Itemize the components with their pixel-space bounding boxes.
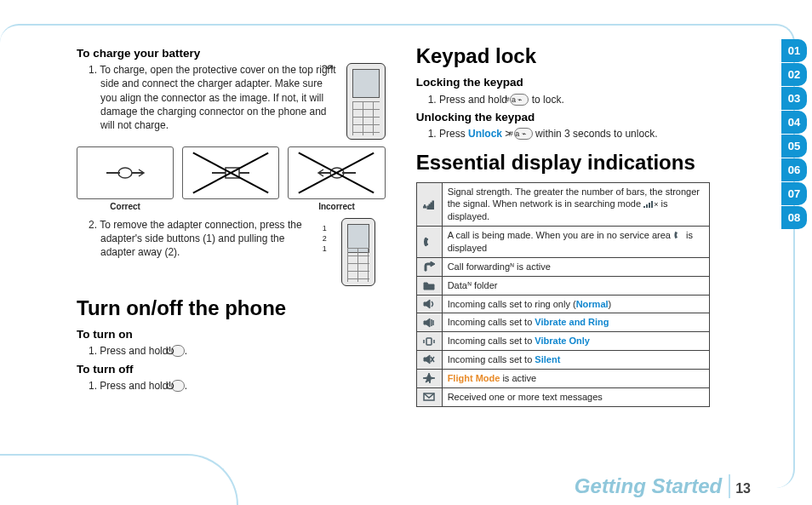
end-key-icon: ⏻ [171, 345, 185, 357]
indicator-description: Dataᴺ folder [442, 276, 709, 295]
fwd-icon [416, 257, 442, 276]
table-row: Received one or more text messages [416, 387, 709, 406]
charger-arrow-icon: ↝ [322, 57, 333, 76]
mode-link: Normal [576, 299, 609, 309]
indicator-description: Incoming calls set to ring only (Normal) [442, 295, 709, 313]
charge-step-1: 1. To charge, open the protective cover … [89, 63, 338, 132]
mode-link: Vibrate Only [535, 336, 590, 346]
table-row: Flight Mode is active [416, 369, 709, 387]
table-row: Signal strength. The greater the number … [416, 182, 709, 227]
turn-off-step: 1. Press and hold ⏻. [89, 379, 386, 393]
vib-icon [416, 332, 442, 351]
charger-incorrect-illustration-1 [182, 146, 279, 199]
svg-point-0 [118, 168, 132, 178]
signal-search-icon [643, 201, 654, 208]
mode-link: Flight Mode [448, 373, 500, 383]
charger-incorrect-label: Incorrect [288, 201, 385, 213]
turn-off-heading: To turn off [77, 362, 386, 377]
section-tab-06[interactable]: 06 [781, 158, 807, 181]
lock-heading: Locking the keypad [416, 75, 710, 90]
unlock-softkey-label: Unlock [468, 128, 502, 140]
spkvib-icon [416, 313, 442, 332]
table-row: Incoming calls set to Vibrate Only [416, 332, 709, 351]
indicator-description: Signal strength. The greater the number … [442, 182, 709, 227]
lock-step: 1. Press and hold # a ⌁ to lock. [428, 93, 710, 106]
phone-illustration-charging: ↝ [346, 63, 386, 140]
turn-on-step: 1. Press and hold ⏻. [89, 344, 386, 358]
keypad-title: Keypad lock [416, 43, 710, 70]
section-tab-05[interactable]: 05 [781, 135, 807, 158]
msg-icon [416, 387, 442, 406]
hash-key-icon: # a ⌁ [514, 128, 533, 140]
footer-section-title: Getting Started [575, 474, 730, 498]
indicator-description: Incoming calls set to Vibrate and Ring [442, 313, 709, 332]
section-tabs: 0102030405060708 [781, 39, 807, 229]
svg-rect-5 [431, 203, 432, 209]
indicator-description: Flight Mode is active [442, 369, 709, 387]
table-row: A call is being made. When you are in no… [416, 227, 709, 258]
table-row: Incoming calls set to Silent [416, 351, 709, 370]
table-row: Incoming calls set to Vibrate and Ring [416, 313, 709, 332]
folder-icon [416, 276, 442, 295]
no-service-icon [673, 230, 683, 240]
unlock-heading: Unlocking the keypad [416, 110, 710, 125]
page-content: To charge your battery 1. To charge, ope… [77, 43, 710, 462]
right-column: Keypad lock Locking the keypad 1. Press … [416, 43, 710, 462]
plane-icon [416, 369, 442, 387]
section-tab-02[interactable]: 02 [781, 63, 807, 86]
indicator-description: Received one or more text messages [442, 387, 709, 406]
cross-icon [188, 152, 273, 193]
power-title: Turn on/off the phone [77, 295, 386, 322]
table-row: Incoming calls set to ring only (Normal) [416, 295, 709, 313]
spk-icon [416, 295, 442, 313]
signal-icon [416, 182, 442, 227]
section-tab-04[interactable]: 04 [781, 111, 807, 134]
left-column: To charge your battery 1. To charge, ope… [77, 43, 386, 462]
charger-correct-illustration [77, 146, 174, 199]
charger-orientation-row: Correct Incorrect [77, 146, 386, 213]
charger-correct-label: Correct [77, 201, 174, 213]
charge-step-2: 2. To remove the adapter connection, pre… [89, 218, 319, 260]
mute-icon [416, 351, 442, 370]
display-title: Essential display indications [416, 149, 710, 176]
section-tab-07[interactable]: 07 [781, 182, 807, 205]
cross-icon [294, 152, 379, 193]
page-footer: Getting Started 13 [575, 474, 751, 498]
hash-key-icon: # a ⌁ [510, 94, 529, 106]
section-tab-08[interactable]: 08 [781, 206, 807, 229]
mode-link: Silent [535, 354, 560, 364]
connector-remove-illustration: 1 2 1 [326, 218, 386, 286]
svg-rect-3 [427, 206, 429, 209]
section-tab-03[interactable]: 03 [781, 87, 807, 110]
indicator-description: Incoming calls set to Vibrate Only [442, 332, 709, 351]
footer-page-number: 13 [735, 481, 751, 496]
unlock-step: 1. Press Unlock > # a ⌁ within 3 seconds… [428, 127, 710, 141]
section-tab-01[interactable]: 01 [781, 39, 807, 62]
svg-rect-6 [432, 201, 434, 209]
svg-rect-4 [429, 204, 431, 209]
charger-incorrect-illustration-2 [288, 146, 385, 199]
mode-link: Vibrate and Ring [535, 317, 609, 327]
call-icon [416, 227, 442, 258]
end-key-icon: ⏻ [171, 380, 185, 392]
charge-heading: To charge your battery [77, 46, 386, 61]
table-row: Dataᴺ folder [416, 276, 709, 295]
turn-on-heading: To turn on [77, 327, 386, 342]
indicator-description: Incoming calls set to Silent [442, 351, 709, 370]
indicator-description: Call forwardingᴺ is active [442, 257, 709, 276]
table-row: Call forwardingᴺ is active [416, 257, 709, 276]
svg-rect-7 [426, 338, 432, 345]
indicator-description: A call is being made. When you are in no… [442, 227, 709, 258]
display-indicators-table: Signal strength. The greater the number … [416, 182, 710, 407]
